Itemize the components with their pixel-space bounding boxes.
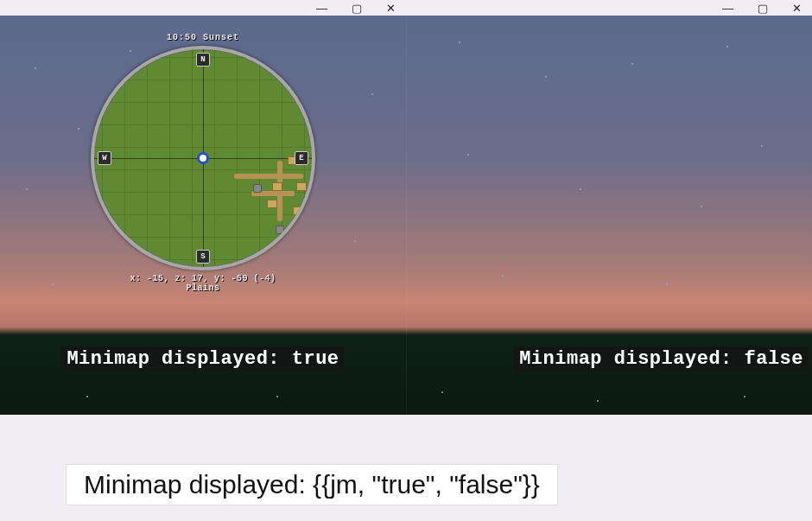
compass-e-icon: E	[295, 151, 308, 165]
caption-false: Minimap displayed: false	[514, 346, 809, 372]
close-icon[interactable]: ✕	[386, 2, 396, 15]
window-titlebar-right: — ▢ ✕	[406, 0, 812, 16]
game-panel-true: 10:50 Sunset	[0, 16, 406, 415]
caption-true: Minimap displayed: true	[61, 346, 344, 372]
minimap-hud: 10:50 Sunset	[91, 33, 315, 293]
compass-s-icon: S	[196, 250, 210, 264]
game-panel-false: Minimap displayed: false	[406, 16, 812, 415]
minimize-icon[interactable]: —	[722, 2, 733, 15]
minimize-icon[interactable]: —	[316, 2, 327, 15]
minimap-coords-label: x: -15, z: 17, y: -59 (-4)	[91, 274, 315, 283]
maximize-icon[interactable]: ▢	[352, 2, 362, 15]
game-windows-row: 10:50 Sunset	[0, 16, 812, 415]
window-titlebar-left: — ▢ ✕	[0, 0, 406, 16]
titlebar-row: — ▢ ✕ — ▢ ✕	[0, 0, 812, 16]
minimap-biome-label: Plains	[91, 283, 315, 293]
minimap-circle[interactable]: N S E W	[91, 46, 315, 270]
compass-n-icon: N	[196, 53, 210, 67]
player-marker-icon	[197, 152, 209, 164]
comparison-screenshot: — ▢ ✕ — ▢ ✕ 10:50 Sunset	[0, 0, 812, 521]
compass-w-icon: W	[98, 151, 111, 165]
maximize-icon[interactable]: ▢	[758, 2, 768, 15]
close-icon[interactable]: ✕	[792, 2, 802, 15]
minimap-time-label: 10:50 Sunset	[91, 33, 315, 42]
template-string-label: Minimap displayed: {{jm, "true", "false"…	[66, 464, 558, 505]
